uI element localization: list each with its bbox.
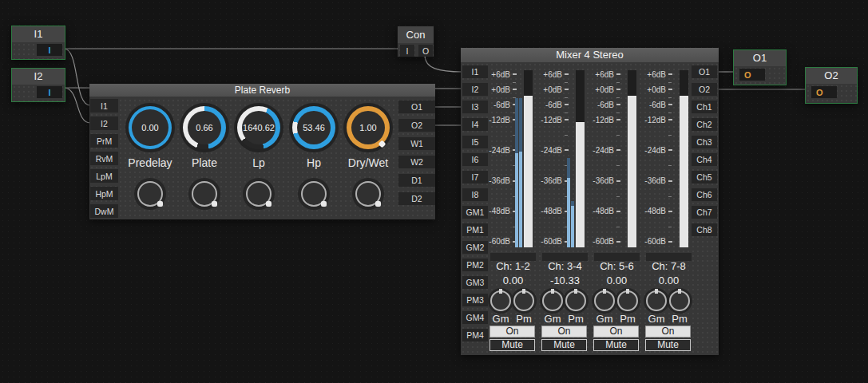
channel-on-button[interactable]: On	[645, 326, 691, 338]
gain-mod-knob[interactable]	[594, 290, 615, 311]
pan-mod-knob[interactable]	[617, 290, 638, 311]
dry-wet-knob[interactable]: 1.00	[343, 103, 393, 152]
db-tick-label: +6dB	[487, 69, 517, 79]
gm-label: Gm	[489, 313, 513, 325]
channel-on-button[interactable]: On	[541, 326, 587, 338]
reverb-port-prm[interactable]: PrM	[90, 134, 118, 148]
channel-mute-button[interactable]: Mute	[593, 339, 639, 351]
output-node-o1[interactable]: O1 O	[733, 49, 787, 85]
pan-mod-knob[interactable]	[669, 290, 690, 311]
mixer-channel-strip: +6dB+0dB-6dB-12dB-24dB-36dB-48dB-60dB Ch…	[539, 64, 591, 355]
channel-gain-value[interactable]: -10.33	[539, 274, 591, 286]
plate-mod-knob[interactable]	[192, 181, 217, 207]
channel-on-button[interactable]: On	[593, 326, 639, 338]
meter-peak-segment	[567, 158, 570, 178]
lp-knob[interactable]: 1640.62	[234, 103, 283, 152]
con-port-i[interactable]: I	[400, 45, 414, 57]
fader-handle[interactable]	[628, 96, 636, 247]
knob-pointer-notch	[266, 201, 271, 207]
gm-label: Gm	[593, 313, 616, 325]
knob-ring: 53.46	[292, 106, 335, 149]
volume-fader[interactable]	[576, 70, 585, 247]
db-minor-tick	[565, 82, 568, 83]
node-title[interactable]: O2	[806, 68, 857, 84]
reverb-port-i2[interactable]: I2	[90, 116, 118, 130]
channel-gain-value[interactable]: 0.00	[643, 274, 695, 286]
volume-fader[interactable]	[524, 70, 533, 247]
channel-on-button[interactable]: On	[489, 326, 535, 338]
pm-label: Pm	[616, 313, 640, 325]
knob-pointer-notch	[379, 140, 386, 148]
reverb-port-o1[interactable]: O1	[398, 101, 435, 113]
reverb-port-dwm[interactable]: DwM	[90, 204, 118, 218]
reverb-port-o2[interactable]: O2	[398, 119, 435, 132]
signal-value-box[interactable]: I	[37, 86, 62, 98]
pan-mod-knob[interactable]	[513, 290, 534, 311]
pan-mod-knob[interactable]	[565, 290, 586, 311]
db-tick-label: +0dB	[591, 85, 620, 94]
knob-value: 1640.62	[243, 123, 275, 132]
knob-pointer-notch	[626, 289, 629, 294]
db-tick-label: +0dB	[539, 85, 569, 94]
knob-pointer-notch	[499, 289, 502, 294]
channel-gain-value[interactable]: 0.00	[487, 274, 539, 286]
db-tick-label: -24dB	[487, 145, 517, 155]
db-tick-label: -36dB	[487, 176, 517, 186]
reverb-port-d1[interactable]: D1	[398, 174, 435, 187]
db-tick-label: -6dB	[487, 100, 517, 109]
meter-peak-segment	[519, 98, 522, 152]
con-port-o[interactable]: O	[418, 45, 433, 57]
pm-label: Pm	[564, 313, 588, 325]
db-minor-tick	[668, 165, 672, 166]
node-title[interactable]: Con	[398, 26, 434, 43]
gain-mod-knob[interactable]	[646, 290, 667, 311]
module-title-bar[interactable]: Plate Reverb	[89, 84, 435, 97]
db-tick-label: -6dB	[643, 100, 672, 109]
node-title[interactable]: O1	[734, 50, 786, 66]
channel-mute-button[interactable]: Mute	[645, 339, 691, 351]
db-minor-tick	[616, 227, 620, 227]
output-node-o2[interactable]: O2 O	[805, 67, 858, 104]
volume-fader[interactable]	[628, 70, 636, 247]
predelay-mod-knob[interactable]	[137, 181, 163, 207]
hp-knob[interactable]: 53.46	[289, 103, 339, 152]
reverb-port-lpm[interactable]: LpM	[90, 169, 118, 183]
reverb-port-w1[interactable]: W1	[398, 137, 435, 150]
input-node-i1[interactable]: I1 I	[11, 26, 65, 60]
db-tick-label: -12dB	[487, 115, 517, 124]
fader-handle[interactable]	[524, 96, 533, 247]
fader-handle[interactable]	[680, 96, 688, 247]
lp-mod-knob[interactable]	[246, 181, 271, 207]
connector-node-con[interactable]: Con IO	[397, 26, 434, 57]
reverb-port-d2[interactable]: D2	[398, 192, 435, 205]
fader-handle[interactable]	[576, 122, 585, 247]
signal-value-box[interactable]: O	[739, 69, 765, 81]
predelay-knob[interactable]: 0.00	[125, 103, 175, 152]
db-tick-label: -36dB	[643, 176, 672, 186]
reverb-port-hpm[interactable]: HpM	[90, 187, 118, 200]
wire-i1-to-reverb-i1	[64, 49, 90, 105]
plate-reverb-module: Plate Reverb I1I2PrMRvMLpMHpMDwM O1O2W1W…	[89, 84, 435, 219]
plate-knob[interactable]: 0.66	[180, 103, 229, 152]
meter-level-segment	[567, 178, 570, 247]
dry-wet-mod-knob[interactable]	[355, 181, 381, 207]
knob-value: 53.46	[303, 123, 325, 132]
hp-mod-knob[interactable]	[301, 181, 327, 207]
signal-value-box[interactable]: O	[811, 86, 837, 98]
signal-value-box[interactable]: I	[37, 44, 62, 56]
db-tick-label: +0dB	[487, 85, 517, 94]
reverb-port-i1[interactable]: I1	[90, 99, 118, 113]
channel-mute-button[interactable]: Mute	[489, 339, 535, 351]
volume-fader[interactable]	[680, 70, 688, 247]
gain-mod-knob[interactable]	[542, 290, 563, 311]
node-title[interactable]: I1	[12, 26, 65, 42]
channel-mute-button[interactable]: Mute	[541, 339, 587, 351]
db-minor-tick	[668, 227, 672, 227]
channel-gain-value[interactable]: 0.00	[591, 274, 643, 286]
input-node-i2[interactable]: I2 I	[11, 68, 65, 102]
db-minor-tick	[616, 196, 620, 197]
knob-pointer-notch	[655, 289, 658, 294]
gain-mod-knob[interactable]	[490, 290, 511, 311]
node-title[interactable]: I2	[12, 69, 65, 85]
knob-pointer-notch	[603, 289, 606, 294]
